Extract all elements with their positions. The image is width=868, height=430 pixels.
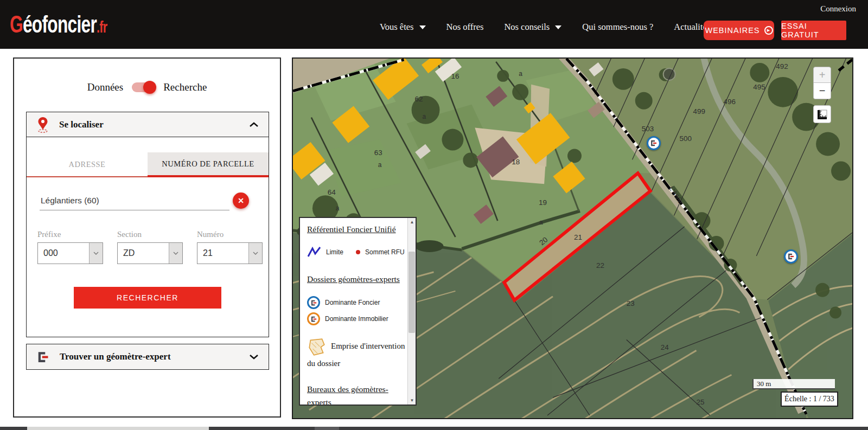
map-label: 21 xyxy=(574,233,582,241)
select-arrow-icon xyxy=(248,243,262,264)
rechercher-button[interactable]: RECHERCHER xyxy=(74,287,221,309)
map-label: 63 xyxy=(374,149,382,157)
locate-header[interactable]: Se localiser xyxy=(27,112,269,137)
map-label: 25 xyxy=(697,398,705,406)
commune-input[interactable] xyxy=(40,194,229,210)
zoom-in-button[interactable]: + xyxy=(813,67,831,83)
section-select[interactable]: ZD xyxy=(117,242,183,264)
dominante-foncier-icon xyxy=(307,296,320,309)
toggle-label-recherche[interactable]: Recherche xyxy=(163,81,207,93)
map-label: 496 xyxy=(723,98,735,106)
legend-dominante-foncier: Dominante Foncier xyxy=(325,299,380,306)
dominante-immobilier-icon xyxy=(307,312,320,325)
chevron-down-icon xyxy=(249,354,259,360)
section-label: Section xyxy=(117,230,183,239)
scale-ratio-box: Échelle : 1 / 733 xyxy=(781,392,838,407)
toggle-label-donnees[interactable]: Données xyxy=(87,81,123,93)
chevron-down-icon xyxy=(555,25,561,29)
map-label: a xyxy=(423,113,426,120)
legend-sommet: Sommet RFU xyxy=(365,248,405,256)
prefix-select[interactable]: 000 xyxy=(37,242,103,264)
webinaires-button[interactable]: WEBINAIRES▶ xyxy=(704,21,774,40)
tab-numero-parcelle[interactable]: NUMÉRO DE PARCELLE xyxy=(148,152,269,177)
commune-row: ✕ xyxy=(40,194,256,210)
page: Géofoncier.fr Connexion Vous êtes Nos of… xyxy=(0,0,868,430)
find-surveyor-header[interactable]: Trouver un géomètre-expert xyxy=(27,344,269,369)
dossier-marker[interactable] xyxy=(647,136,661,150)
numero-label: Numéro xyxy=(197,230,263,239)
legend-title-bureaux[interactable]: Bureaux des géomètres-experts xyxy=(307,383,391,406)
map-label: 18 xyxy=(512,158,520,166)
map-label: 499 xyxy=(693,107,705,115)
geometre-logo-icon xyxy=(650,139,658,147)
search-panel: Données Recherche Se localiser ADRESSE N… xyxy=(13,57,281,418)
numero-select[interactable]: 21 xyxy=(197,242,263,264)
locate-title: Se localiser xyxy=(59,119,239,130)
zoom-out-button[interactable]: − xyxy=(813,83,831,99)
measure-tool-button[interactable] xyxy=(813,105,831,123)
map-label: 19 xyxy=(539,198,547,207)
footer-strip xyxy=(0,427,868,430)
map-label: 24 xyxy=(661,343,669,351)
mode-toggle-row: Données Recherche xyxy=(14,81,280,93)
scale-bar: 30 m xyxy=(752,379,835,389)
logo-main: éofoncier xyxy=(23,11,97,37)
legend-dominante-immobilier: Dominante Immobilier xyxy=(325,315,388,323)
main-nav: Vous êtes Nos offres Nos conseils Qui so… xyxy=(380,22,710,33)
scrollbar-thumb[interactable] xyxy=(409,252,415,333)
legend-row-foncier: Dominante Foncier xyxy=(307,296,409,309)
map-label: 16 xyxy=(451,72,459,80)
map-label: 492 xyxy=(776,62,788,70)
legend-emprise: Emprise d'intervention du dossier xyxy=(307,337,407,371)
tab-adresse[interactable]: ADRESSE xyxy=(27,152,148,177)
play-icon: ▶ xyxy=(764,26,773,35)
emprise-polygon-icon xyxy=(307,337,327,357)
map-label: a xyxy=(336,204,340,212)
map-label: a xyxy=(519,70,522,78)
mode-toggle-switch[interactable] xyxy=(132,82,155,92)
map-label: a xyxy=(539,219,543,226)
map-label: 64 xyxy=(328,188,336,196)
toggle-knob xyxy=(143,81,156,94)
geometre-logo-icon xyxy=(36,350,50,364)
legend-scrollbar[interactable]: ▲ ▼ xyxy=(407,218,416,405)
dossier-marker[interactable] xyxy=(784,249,798,264)
zoom-controls: + − xyxy=(813,67,831,99)
find-surveyor-section: Trouver un géomètre-expert xyxy=(26,344,269,370)
nav-nos-conseils[interactable]: Nos conseils xyxy=(504,22,561,33)
essai-gratuit-button[interactable]: ESSAI GRATUIT xyxy=(781,21,846,40)
nav-qui-sommes-nous[interactable]: Qui sommes-nous ? xyxy=(582,22,653,33)
logo[interactable]: Géofoncier.fr xyxy=(10,11,107,38)
map-label: 500 xyxy=(680,134,692,143)
ruler-icon xyxy=(817,109,828,120)
legend-row-rfu: Limite Sommet RFU xyxy=(307,246,409,258)
nav-vous-etes[interactable]: Vous êtes xyxy=(380,22,426,33)
parcel-selects: Préfixe 000 Section ZD Numéro xyxy=(37,230,269,264)
legend-row-immobilier: Dominante Immobilier xyxy=(307,312,409,325)
find-surveyor-title: Trouver un géomètre-expert xyxy=(60,351,239,362)
logo-g: G xyxy=(10,11,23,37)
map-label: 503 xyxy=(642,125,654,133)
locate-section: Se localiser ADRESSE NUMÉRO DE PARCELLE … xyxy=(26,112,269,337)
sommet-rfu-dot-icon xyxy=(356,250,360,254)
limite-line-icon xyxy=(307,246,321,258)
prefix-label: Préfixe xyxy=(37,230,103,239)
legend-title-rfu: Référentiel Foncier Unifié xyxy=(307,224,409,234)
logo-fr: .fr xyxy=(97,18,107,36)
chevron-up-icon xyxy=(249,122,259,127)
connexion-link[interactable]: Connexion xyxy=(820,4,856,14)
scroll-down-icon[interactable]: ▼ xyxy=(408,396,416,405)
chevron-down-icon xyxy=(419,25,426,29)
geometre-logo-icon xyxy=(787,253,795,260)
clear-input-icon[interactable]: ✕ xyxy=(233,192,249,209)
nav-nos-offres[interactable]: Nos offres xyxy=(446,22,484,33)
map-legend: Référentiel Foncier Unifié Limite Sommet… xyxy=(299,217,417,406)
map-label: 62 xyxy=(415,95,423,103)
legend-title-dossiers: Dossiers géomètres-experts xyxy=(307,274,409,284)
map-label: a xyxy=(378,161,382,169)
select-arrow-icon xyxy=(89,243,103,264)
map-label: 22 xyxy=(596,261,604,269)
map-viewport[interactable]: 1662a63a64aa1819a20212223242549249549649… xyxy=(292,57,853,419)
scroll-up-icon[interactable]: ▲ xyxy=(408,218,416,226)
header: Géofoncier.fr Connexion Vous êtes Nos of… xyxy=(0,0,868,49)
